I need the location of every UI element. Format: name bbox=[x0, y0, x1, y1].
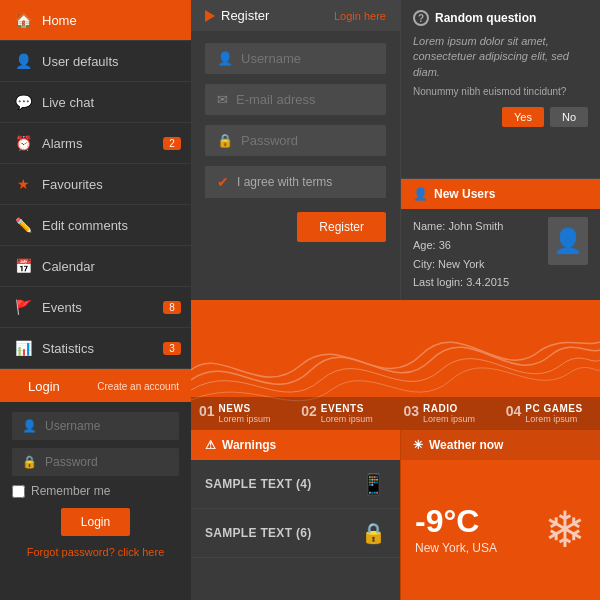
news-content-2: RADIO Lorem ipsum bbox=[423, 403, 475, 424]
user-icon: 👤 bbox=[22, 419, 37, 433]
warn-icon-0: 📱 bbox=[361, 472, 386, 496]
news-sub-0: Lorem ipsum bbox=[219, 414, 271, 424]
news-num-3: 04 bbox=[506, 403, 522, 419]
sun-icon: ✳ bbox=[413, 438, 423, 452]
reg-password-input[interactable] bbox=[241, 133, 374, 148]
nu-user-icon: 👤 bbox=[413, 187, 428, 201]
agree-row: ✔ I agree with terms bbox=[205, 166, 386, 198]
nav-icon-8: 📊 bbox=[14, 339, 32, 357]
yes-button[interactable]: Yes bbox=[502, 107, 544, 127]
warnings-list: SAMPLE TEXT (4) 📱 SAMPLE TEXT (6) 🔒 bbox=[191, 460, 400, 558]
reg-username-input[interactable] bbox=[241, 51, 374, 66]
remember-label: Remember me bbox=[31, 484, 110, 498]
login-button[interactable]: Login bbox=[61, 508, 130, 536]
nu-header: 👤 New Users bbox=[401, 179, 600, 209]
nu-body: Name: John Smith Age: 36 City: New York … bbox=[401, 209, 600, 300]
register-header: Register Login here bbox=[191, 0, 400, 31]
question-icon: ? bbox=[413, 10, 429, 26]
nav-label-1: User defaults bbox=[42, 54, 119, 69]
news-content-3: PC GAMES Lorem ipsum bbox=[525, 403, 582, 424]
nu-age: Age: 36 bbox=[413, 236, 509, 255]
sidebar-item-home[interactable]: 🏠Home bbox=[0, 0, 191, 41]
password-field-row: 🔒 bbox=[12, 448, 179, 476]
nav-label-2: Live chat bbox=[42, 95, 94, 110]
rq-title: Random question bbox=[435, 11, 536, 25]
nav-label-0: Home bbox=[42, 13, 77, 28]
remember-checkbox[interactable] bbox=[12, 485, 25, 498]
nav-label-6: Calendar bbox=[42, 259, 95, 274]
news-item-0[interactable]: 01 NEWS Lorem ipsum bbox=[191, 397, 293, 430]
warning-icon: ⚠ bbox=[205, 438, 216, 452]
no-button[interactable]: No bbox=[550, 107, 588, 127]
sidebar-item-alarms[interactable]: ⏰Alarms2 bbox=[0, 123, 191, 164]
forgot-row: Forgot password? click here bbox=[12, 546, 179, 566]
nav-icon-0: 🏠 bbox=[14, 11, 32, 29]
nav-badge-8: 3 bbox=[163, 342, 181, 355]
snowflake-icon: ❄ bbox=[544, 501, 586, 559]
sidebar-item-statistics[interactable]: 📊Statistics3 bbox=[0, 328, 191, 369]
news-item-3[interactable]: 04 PC GAMES Lorem ipsum bbox=[498, 397, 600, 430]
nav-label-3: Alarms bbox=[42, 136, 82, 151]
nu-info: Name: John Smith Age: 36 City: New York … bbox=[413, 217, 509, 292]
nav-label-5: Edit comments bbox=[42, 218, 128, 233]
login-header-label: Login bbox=[28, 379, 60, 394]
temperature: -9°C bbox=[415, 505, 497, 537]
news-item-2[interactable]: 03 RADIO Lorem ipsum bbox=[396, 397, 498, 430]
nav-label-7: Events bbox=[42, 300, 82, 315]
bottom-row: ⚠ Warnings SAMPLE TEXT (4) 📱 SAMPLE TEXT… bbox=[191, 430, 600, 600]
nu-last-login: Last login: 3.4.2015 bbox=[413, 273, 509, 292]
sidebar-item-favourites[interactable]: ★Favourites bbox=[0, 164, 191, 205]
warn-text-0: SAMPLE TEXT (4) bbox=[205, 477, 312, 491]
avatar-placeholder-icon: 👤 bbox=[553, 227, 583, 255]
nav-icon-6: 📅 bbox=[14, 257, 32, 275]
news-title-3: PC GAMES bbox=[525, 403, 582, 414]
nav-icon-5: ✏️ bbox=[14, 216, 32, 234]
reg-user-icon: 👤 bbox=[217, 51, 233, 66]
create-account-link[interactable]: Create an account bbox=[97, 381, 179, 392]
warnings-title: Warnings bbox=[222, 438, 276, 452]
nu-city: City: New York bbox=[413, 255, 509, 274]
nav-icon-2: 💬 bbox=[14, 93, 32, 111]
warn-text-1: SAMPLE TEXT (6) bbox=[205, 526, 312, 540]
weather-header: ✳ Weather now bbox=[401, 430, 600, 460]
click-here-link[interactable]: click here bbox=[118, 546, 164, 558]
news-bar: 01 NEWS Lorem ipsum 02 EVENTS Lorem ipsu… bbox=[191, 397, 600, 430]
news-title-1: EVENTS bbox=[321, 403, 373, 414]
nav-icon-4: ★ bbox=[14, 175, 32, 193]
news-num-0: 01 bbox=[199, 403, 215, 419]
warn-icon-1: 🔒 bbox=[361, 521, 386, 545]
rq-header: ? Random question bbox=[413, 10, 588, 26]
sidebar-item-user-defaults[interactable]: 👤User defaults bbox=[0, 41, 191, 82]
sidebar-item-live-chat[interactable]: 💬Live chat bbox=[0, 82, 191, 123]
nav-icon-7: 🚩 bbox=[14, 298, 32, 316]
reg-username-row: 👤 bbox=[205, 43, 386, 74]
register-body: 👤 ✉ 🔒 ✔ I agree with terms Register bbox=[191, 31, 400, 300]
weather-temp-block: -9°C New York, USA bbox=[415, 505, 497, 555]
check-icon: ✔ bbox=[217, 174, 229, 190]
register-button[interactable]: Register bbox=[297, 212, 386, 242]
news-item-1[interactable]: 02 EVENTS Lorem ipsum bbox=[293, 397, 395, 430]
login-here-link[interactable]: Login here bbox=[334, 10, 386, 22]
warnings-header: ⚠ Warnings bbox=[191, 430, 400, 460]
warning-item-0: SAMPLE TEXT (4) 📱 bbox=[191, 460, 400, 509]
warning-item-1: SAMPLE TEXT (6) 🔒 bbox=[191, 509, 400, 558]
news-title-0: NEWS bbox=[219, 403, 271, 414]
rq-sub: Nonummy nibh euismod tincidunt? bbox=[413, 86, 588, 97]
nu-title: New Users bbox=[434, 187, 495, 201]
reg-email-icon: ✉ bbox=[217, 92, 228, 107]
login-password-input[interactable] bbox=[45, 455, 169, 469]
sidebar-item-edit-comments[interactable]: ✏️Edit comments bbox=[0, 205, 191, 246]
sidebar-item-calendar[interactable]: 📅Calendar bbox=[0, 246, 191, 287]
avatar: 👤 bbox=[548, 217, 588, 265]
login-header: Login Create an account bbox=[0, 371, 191, 402]
reg-email-input[interactable] bbox=[236, 92, 374, 107]
rq-text: Lorem ipsum dolor sit amet, consectetuer… bbox=[413, 34, 588, 80]
nav-icon-3: ⏰ bbox=[14, 134, 32, 152]
main-content: Register Login here 👤 ✉ 🔒 ✔ bbox=[191, 0, 600, 600]
sidebar-item-events[interactable]: 🚩Events8 bbox=[0, 287, 191, 328]
new-users-panel: 👤 New Users Name: John Smith Age: 36 Cit… bbox=[400, 179, 600, 300]
login-username-input[interactable] bbox=[45, 419, 169, 433]
news-sub-3: Lorem ipsum bbox=[525, 414, 582, 424]
news-sub-2: Lorem ipsum bbox=[423, 414, 475, 424]
weather-title: Weather now bbox=[429, 438, 503, 452]
